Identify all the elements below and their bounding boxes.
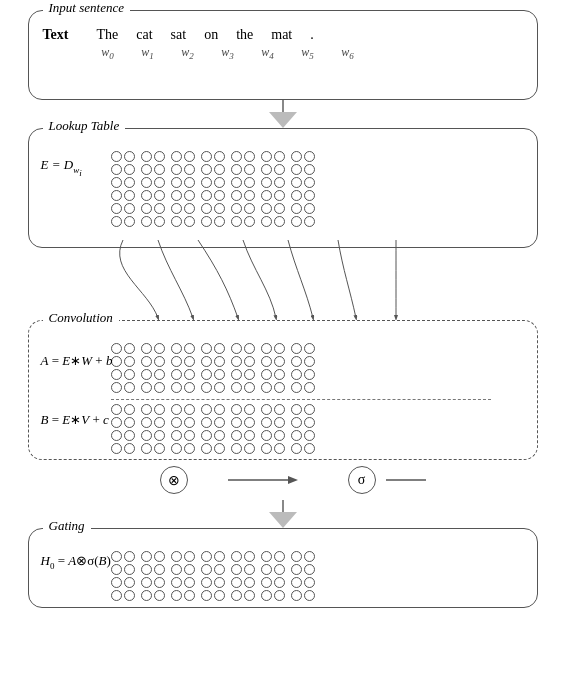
circle [141,404,152,415]
circle [261,590,272,601]
circle [261,356,272,367]
circle [154,356,165,367]
circle [274,216,285,227]
sub-w4: w4 [257,45,279,61]
circle [291,177,302,188]
circle [274,430,285,441]
circle [244,417,255,428]
circle [124,382,135,393]
circle [184,343,195,354]
circle [111,203,122,214]
circle [231,551,242,562]
circle [124,151,135,162]
circle [124,164,135,175]
circle [244,443,255,454]
circle [274,151,285,162]
circle [261,151,272,162]
multiply-operator: ⊗ [160,466,188,494]
circle [231,216,242,227]
circle [261,177,272,188]
circle [201,404,212,415]
circle [154,190,165,201]
circle [214,443,225,454]
circle [141,590,152,601]
circle [111,590,122,601]
circle [184,216,195,227]
circle [291,404,302,415]
circle [244,343,255,354]
circle [141,177,152,188]
circle [261,404,272,415]
circle [184,369,195,380]
circle [244,190,255,201]
circle [124,177,135,188]
circle [231,177,242,188]
circle [231,343,242,354]
circle [141,417,152,428]
circle [184,404,195,415]
lookup-col-5 [231,151,255,227]
circle [231,430,242,441]
circle [244,356,255,367]
circle [171,382,182,393]
circle [184,590,195,601]
sub-w3: w3 [217,45,239,61]
circle [124,203,135,214]
circle [304,151,315,162]
circle [304,216,315,227]
circle [171,369,182,380]
circle [124,216,135,227]
conv-eq2: B = E∗V + c [41,408,113,431]
circle [231,564,242,575]
circle [171,164,182,175]
circle [154,151,165,162]
sub-w6: w6 [337,45,359,61]
circle [231,164,242,175]
sigma-operator: σ [348,466,376,494]
circle [171,417,182,428]
circle [231,404,242,415]
lookup-columns [111,151,527,227]
circle [304,190,315,201]
circle [304,590,315,601]
circle [141,369,152,380]
circle [124,369,135,380]
circle [274,590,285,601]
circle [274,564,285,575]
circle [304,177,315,188]
circle [184,577,195,588]
circle [201,577,212,588]
circle [141,430,152,441]
circle [214,151,225,162]
circle [231,203,242,214]
circle [274,177,285,188]
circle [201,417,212,428]
circle [171,404,182,415]
lookup-col-6 [261,151,285,227]
circle [304,356,315,367]
circle [214,404,225,415]
arrow-input-to-lookup [269,100,297,128]
circle [231,151,242,162]
circle [291,164,302,175]
circle [244,369,255,380]
sub-w0: w0 [97,45,119,61]
circle [244,164,255,175]
conv-row-A [111,343,527,454]
circle [184,356,195,367]
circle [154,551,165,562]
circle [214,216,225,227]
circle [261,564,272,575]
input-sentence-panel: Input sentence Text The cat sat on the m… [28,10,538,100]
circle [214,190,225,201]
circle [304,369,315,380]
circle [171,551,182,562]
circle [154,577,165,588]
sigma-back-arrow [386,470,446,490]
circle [184,430,195,441]
circle [261,430,272,441]
circle [231,417,242,428]
circle [201,177,212,188]
circle [244,404,255,415]
circle [274,203,285,214]
